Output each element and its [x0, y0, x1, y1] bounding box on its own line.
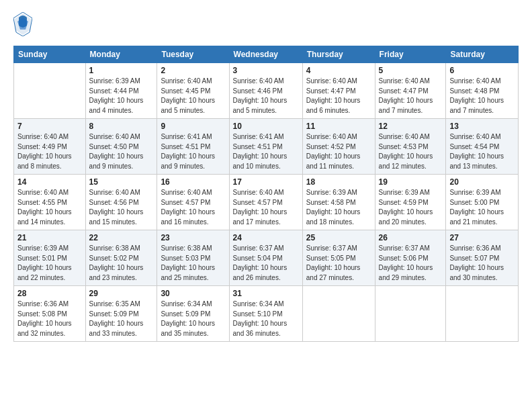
day-info: Sunrise: 6:40 AM Sunset: 4:53 PM Dayligh… — [379, 132, 443, 171]
day-info: Sunrise: 6:40 AM Sunset: 4:54 PM Dayligh… — [449, 132, 515, 171]
calendar-cell: 23Sunrise: 6:38 AM Sunset: 5:03 PM Dayli… — [157, 230, 229, 286]
day-number: 16 — [161, 177, 225, 187]
day-info: Sunrise: 6:37 AM Sunset: 5:04 PM Dayligh… — [233, 244, 299, 283]
day-number: 29 — [89, 289, 154, 298]
calendar-cell — [302, 286, 375, 342]
calendar-week-2: 7Sunrise: 6:40 AM Sunset: 4:49 PM Daylig… — [14, 119, 519, 175]
day-info: Sunrise: 6:35 AM Sunset: 5:09 PM Dayligh… — [89, 300, 154, 338]
calendar-header-tuesday: Tuesday — [157, 46, 229, 63]
calendar-cell: 10Sunrise: 6:41 AM Sunset: 4:51 PM Dayli… — [229, 119, 302, 175]
day-info: Sunrise: 6:36 AM Sunset: 5:08 PM Dayligh… — [17, 300, 82, 338]
calendar-cell: 28Sunrise: 6:36 AM Sunset: 5:08 PM Dayli… — [14, 286, 86, 342]
calendar-cell: 17Sunrise: 6:40 AM Sunset: 4:57 PM Dayli… — [229, 175, 302, 230]
day-info: Sunrise: 6:39 AM Sunset: 5:01 PM Dayligh… — [17, 244, 82, 283]
day-number: 4 — [306, 66, 371, 75]
calendar-cell: 3Sunrise: 6:40 AM Sunset: 4:46 PM Daylig… — [229, 63, 302, 119]
day-number: 14 — [17, 177, 82, 187]
calendar-cell: 26Sunrise: 6:37 AM Sunset: 5:06 PM Dayli… — [375, 230, 446, 286]
day-number: 2 — [161, 66, 225, 75]
day-number: 8 — [89, 122, 154, 131]
calendar-cell: 14Sunrise: 6:40 AM Sunset: 4:55 PM Dayli… — [14, 175, 86, 230]
calendar-cell: 30Sunrise: 6:34 AM Sunset: 5:09 PM Dayli… — [157, 286, 229, 342]
day-info: Sunrise: 6:40 AM Sunset: 4:50 PM Dayligh… — [89, 132, 154, 171]
day-info: Sunrise: 6:40 AM Sunset: 4:47 PM Dayligh… — [379, 77, 443, 116]
calendar-header-friday: Friday — [375, 46, 446, 63]
day-number: 3 — [233, 66, 299, 75]
calendar-week-5: 28Sunrise: 6:36 AM Sunset: 5:08 PM Dayli… — [14, 286, 519, 342]
calendar-header-saturday: Saturday — [446, 46, 519, 63]
day-number: 5 — [379, 66, 443, 75]
day-number: 30 — [161, 289, 225, 298]
day-info: Sunrise: 6:38 AM Sunset: 5:03 PM Dayligh… — [161, 244, 225, 283]
day-number: 7 — [17, 122, 82, 131]
calendar-header-sunday: Sunday — [14, 46, 86, 63]
header — [13, 12, 519, 39]
day-number: 27 — [449, 233, 515, 242]
day-info: Sunrise: 6:41 AM Sunset: 4:51 PM Dayligh… — [233, 132, 299, 171]
calendar-table: SundayMondayTuesdayWednesdayThursdayFrid… — [13, 46, 519, 342]
calendar-cell: 6Sunrise: 6:40 AM Sunset: 4:48 PM Daylig… — [446, 63, 519, 119]
day-number: 13 — [449, 122, 515, 131]
calendar-cell: 11Sunrise: 6:40 AM Sunset: 4:52 PM Dayli… — [302, 119, 375, 175]
calendar-cell: 25Sunrise: 6:37 AM Sunset: 5:05 PM Dayli… — [302, 230, 375, 286]
calendar-cell: 22Sunrise: 6:38 AM Sunset: 5:02 PM Dayli… — [85, 230, 157, 286]
calendar-cell: 2Sunrise: 6:40 AM Sunset: 4:45 PM Daylig… — [157, 63, 229, 119]
day-info: Sunrise: 6:40 AM Sunset: 4:49 PM Dayligh… — [17, 132, 82, 171]
day-info: Sunrise: 6:37 AM Sunset: 5:05 PM Dayligh… — [306, 244, 371, 283]
day-number: 21 — [17, 233, 82, 242]
calendar-cell: 29Sunrise: 6:35 AM Sunset: 5:09 PM Dayli… — [85, 286, 157, 342]
calendar-cell — [14, 63, 86, 119]
calendar-cell: 24Sunrise: 6:37 AM Sunset: 5:04 PM Dayli… — [229, 230, 302, 286]
day-number: 20 — [449, 177, 515, 187]
day-number: 15 — [89, 177, 154, 187]
day-info: Sunrise: 6:36 AM Sunset: 5:07 PM Dayligh… — [449, 244, 515, 283]
day-number: 10 — [233, 122, 299, 131]
logo-icon — [13, 12, 32, 36]
calendar-cell: 19Sunrise: 6:39 AM Sunset: 4:59 PM Dayli… — [375, 175, 446, 230]
calendar-header-monday: Monday — [85, 46, 157, 63]
calendar-week-4: 21Sunrise: 6:39 AM Sunset: 5:01 PM Dayli… — [14, 230, 519, 286]
calendar-cell: 18Sunrise: 6:39 AM Sunset: 4:58 PM Dayli… — [302, 175, 375, 230]
calendar-cell: 21Sunrise: 6:39 AM Sunset: 5:01 PM Dayli… — [14, 230, 86, 286]
day-info: Sunrise: 6:41 AM Sunset: 4:51 PM Dayligh… — [161, 132, 225, 171]
day-info: Sunrise: 6:40 AM Sunset: 4:47 PM Dayligh… — [306, 77, 371, 116]
day-number: 1 — [89, 66, 154, 75]
day-number: 31 — [233, 289, 299, 298]
day-number: 12 — [379, 122, 443, 131]
logo — [13, 12, 35, 39]
calendar-cell — [375, 286, 446, 342]
day-number: 6 — [449, 66, 515, 75]
calendar-week-3: 14Sunrise: 6:40 AM Sunset: 4:55 PM Dayli… — [14, 175, 519, 230]
day-info: Sunrise: 6:40 AM Sunset: 4:55 PM Dayligh… — [17, 188, 82, 227]
day-info: Sunrise: 6:39 AM Sunset: 4:44 PM Dayligh… — [89, 77, 154, 116]
day-number: 18 — [306, 177, 371, 187]
calendar-cell: 12Sunrise: 6:40 AM Sunset: 4:53 PM Dayli… — [375, 119, 446, 175]
day-info: Sunrise: 6:40 AM Sunset: 4:56 PM Dayligh… — [89, 188, 154, 227]
calendar-cell: 27Sunrise: 6:36 AM Sunset: 5:07 PM Dayli… — [446, 230, 519, 286]
day-info: Sunrise: 6:40 AM Sunset: 4:52 PM Dayligh… — [306, 132, 371, 171]
day-number: 23 — [161, 233, 225, 242]
calendar-cell: 15Sunrise: 6:40 AM Sunset: 4:56 PM Dayli… — [85, 175, 157, 230]
calendar-week-1: 1Sunrise: 6:39 AM Sunset: 4:44 PM Daylig… — [14, 63, 519, 119]
day-number: 28 — [17, 289, 82, 298]
day-info: Sunrise: 6:38 AM Sunset: 5:02 PM Dayligh… — [89, 244, 154, 283]
day-number: 24 — [233, 233, 299, 242]
calendar-cell: 4Sunrise: 6:40 AM Sunset: 4:47 PM Daylig… — [302, 63, 375, 119]
day-number: 22 — [89, 233, 154, 242]
calendar-cell: 7Sunrise: 6:40 AM Sunset: 4:49 PM Daylig… — [14, 119, 86, 175]
day-info: Sunrise: 6:39 AM Sunset: 4:59 PM Dayligh… — [379, 188, 443, 227]
calendar-cell: 9Sunrise: 6:41 AM Sunset: 4:51 PM Daylig… — [157, 119, 229, 175]
calendar-header-row: SundayMondayTuesdayWednesdayThursdayFrid… — [14, 46, 519, 63]
day-info: Sunrise: 6:34 AM Sunset: 5:09 PM Dayligh… — [161, 300, 225, 338]
day-number: 25 — [306, 233, 371, 242]
calendar-cell: 31Sunrise: 6:34 AM Sunset: 5:10 PM Dayli… — [229, 286, 302, 342]
calendar-header-thursday: Thursday — [302, 46, 375, 63]
calendar-cell: 20Sunrise: 6:39 AM Sunset: 5:00 PM Dayli… — [446, 175, 519, 230]
calendar-header-wednesday: Wednesday — [229, 46, 302, 63]
day-info: Sunrise: 6:40 AM Sunset: 4:57 PM Dayligh… — [161, 188, 225, 227]
calendar-cell: 5Sunrise: 6:40 AM Sunset: 4:47 PM Daylig… — [375, 63, 446, 119]
day-info: Sunrise: 6:40 AM Sunset: 4:46 PM Dayligh… — [233, 77, 299, 116]
page: SundayMondayTuesdayWednesdayThursdayFrid… — [0, 0, 532, 349]
calendar-cell: 1Sunrise: 6:39 AM Sunset: 4:44 PM Daylig… — [85, 63, 157, 119]
day-info: Sunrise: 6:40 AM Sunset: 4:45 PM Dayligh… — [161, 77, 225, 116]
